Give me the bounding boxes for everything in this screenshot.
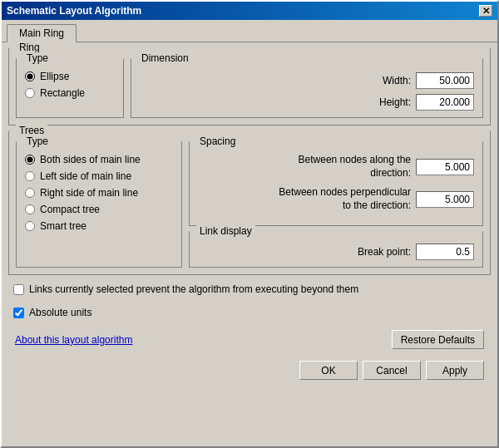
break-point-input[interactable] [416,244,474,260]
restore-defaults-button[interactable]: Restore Defaults [392,330,484,349]
height-input[interactable] [416,94,474,111]
dimension-fields: Width: Height: [140,72,474,111]
ring-group: Ring Type Ellipse Rectangle [8,47,491,126]
compact-tree-label: Compact tree [40,204,100,215]
dimension-subgroup: Dimension Width: Height: [131,58,483,118]
ring-section: Type Ellipse Rectangle Dimensi [16,58,483,118]
smart-tree-label: Smart tree [40,220,86,232]
link-display-subgroup: Link display Break point: [189,231,483,268]
tree-type-both-sides[interactable]: Both sides of main line [25,154,173,165]
height-label: Height: [379,96,411,108]
absolute-units-row: Absolute units [8,303,491,322]
link-display-label: Link display [196,225,255,237]
break-point-row: Break point: [198,244,474,260]
trees-right-panel: Spacing Between nodes along the directio… [189,141,483,268]
links-prevent-label: Links currently selected prevent the alg… [29,283,358,295]
tab-bar: Main Ring [2,20,497,42]
ok-button[interactable]: OK [299,361,358,380]
width-input[interactable] [416,72,474,89]
ring-type-ellipse[interactable]: Ellipse [25,71,115,82]
tree-type-compact[interactable]: Compact tree [25,204,173,215]
break-point-label: Break point: [358,246,411,258]
trees-group: Trees Type Both sides of main line Left … [8,130,491,275]
spacing-perpendicular-input[interactable] [416,191,474,208]
absolute-units-checkbox[interactable] [13,308,24,318]
ring-type-label: Type [23,52,52,64]
tree-type-left-side[interactable]: Left side of main line [25,170,173,182]
spacing-nodes-row: Between nodes along the direction: [198,154,474,180]
cancel-button[interactable]: Cancel [363,361,421,380]
tree-type-right-side[interactable]: Right side of main line [25,187,173,199]
apply-button[interactable]: Apply [426,361,484,380]
main-window: Schematic Layout Algorithm ✕ Main Ring R… [0,0,499,448]
links-prevent-row: Links currently selected prevent the alg… [8,280,491,298]
ring-group-label: Ring [16,42,43,53]
trees-group-label: Trees [16,125,47,136]
ellipse-label: Ellipse [40,71,69,82]
trees-type-label: Type [23,135,52,147]
spacing-between-nodes-label: Between nodes along the direction: [278,154,411,180]
about-link[interactable]: About this layout algorithm [15,334,132,346]
dimension-label: Dimension [138,52,192,64]
trees-radio-group: Both sides of main line Left side of mai… [25,154,173,232]
ring-type-radio-group: Ellipse Rectangle [25,71,115,99]
tab-main-ring[interactable]: Main Ring [7,24,77,42]
spacing-subgroup: Spacing Between nodes along the directio… [189,141,483,226]
both-sides-label: Both sides of main line [40,154,141,165]
spacing-perpendicular-label: Between nodes perpendicular to the direc… [278,186,411,212]
trees-type-subgroup: Type Both sides of main line Left side o… [16,141,182,268]
window-title: Schematic Layout Algorithm [7,5,141,17]
width-label: Width: [383,75,411,86]
rectangle-label: Rectangle [40,87,85,99]
bottom-links-row: About this layout algorithm Restore Defa… [8,327,491,352]
ring-type-rectangle[interactable]: Rectangle [25,87,115,99]
spacing-nodes-input[interactable] [416,159,474,175]
right-side-label: Right side of main line [40,187,138,199]
content-area: Ring Type Ellipse Rectangle [2,42,497,446]
title-bar: Schematic Layout Algorithm ✕ [2,2,497,20]
trees-section: Type Both sides of main line Left side o… [16,141,483,268]
tree-type-smart[interactable]: Smart tree [25,220,173,232]
spacing-perpendicular-row: Between nodes perpendicular to the direc… [198,186,474,212]
links-prevent-checkbox[interactable] [13,284,24,295]
height-row: Height: [140,94,474,111]
spacing-group-label: Spacing [196,135,239,147]
close-button[interactable]: ✕ [479,5,492,17]
left-side-label: Left side of main line [40,170,131,182]
absolute-units-label: Absolute units [29,307,91,318]
ring-type-subgroup: Type Ellipse Rectangle [16,58,124,118]
bottom-buttons-row: OK Cancel Apply [8,357,491,385]
width-row: Width: [140,72,474,89]
